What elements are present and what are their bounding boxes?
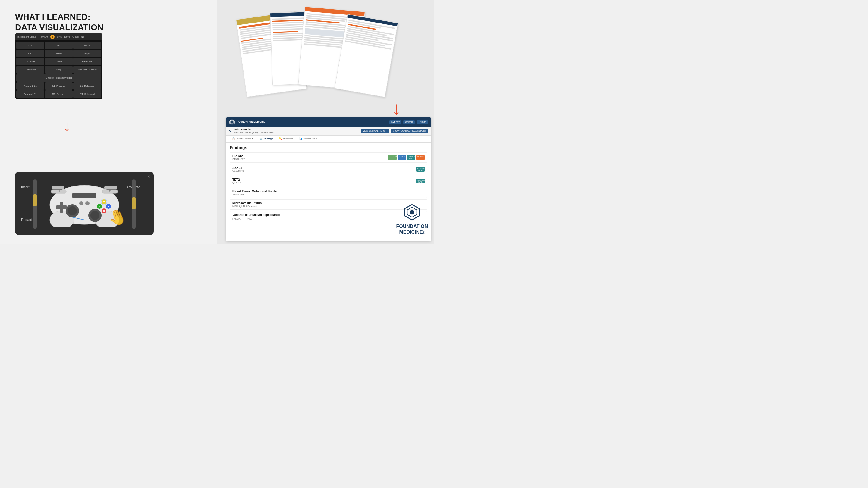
fm-logo-text: FOUNDATION MEDICINE® (396, 224, 428, 235)
svg-point-9 (68, 206, 77, 216)
title-line2: DATA VISUALIZATION (15, 22, 205, 33)
btn-select[interactable]: Select (45, 50, 73, 57)
btn-qa-hold[interactable]: QA Hold (16, 58, 44, 65)
fm-section-title: Findings (230, 145, 427, 150)
main-title: WHAT I LEARNED: DATA VISUALIZATION (15, 12, 205, 32)
fm-patient-info: John Sample Prostate Cancer (N/O) 09-SEP… (234, 128, 274, 134)
btn-r1-released[interactable]: R1_Released (73, 90, 101, 98)
svg-point-11 (90, 211, 99, 220)
widget-header-uas: UAS (57, 36, 62, 38)
articulate-slider[interactable] (132, 179, 135, 229)
btn-undock[interactable]: Undock Pendant Widget (16, 74, 101, 82)
articulate-slider-thumb (132, 197, 135, 209)
fm-back-button[interactable]: < (229, 129, 231, 133)
widget-header-drive: Drive (64, 36, 70, 38)
svg-text:X: X (103, 210, 105, 213)
insert-slider[interactable] (33, 179, 37, 229)
btn-up[interactable]: Up (45, 41, 73, 49)
fm-variant-ms: MSI-High Not Detected (232, 205, 261, 207)
btn-pendant-l1[interactable]: Pendant_L1 (16, 82, 44, 90)
svg-point-23 (85, 201, 90, 205)
tab-therapies[interactable]: 💊 Therapies (276, 135, 297, 142)
btn-snap[interactable]: Snap (45, 66, 73, 73)
gamepad-area: Y B A X L1 R1 (39, 175, 130, 229)
btn-pendant-r1[interactable]: Pendant_R1 (16, 90, 44, 98)
fm-logo-line1: FOUNDATION (396, 224, 428, 229)
btn-qa-press[interactable]: QA Press (73, 58, 101, 65)
svg-rect-6 (52, 186, 64, 189)
fm-gene-ms: Microsatellite Status (232, 201, 261, 205)
svg-text:A: A (98, 205, 100, 208)
fm-variant-tet2: Q1534* (232, 181, 241, 184)
fm-patient-btn[interactable]: PATIENT (390, 121, 402, 124)
fm-badge-clinical[interactable]: CLINICAL IMPL. (407, 155, 415, 160)
fm-finding-btmb: Blood Tumor Mutational Burden 3 Muts/MB (230, 188, 427, 198)
fm-order-btn[interactable]: ORDER (403, 121, 414, 124)
report-stack (241, 9, 425, 96)
fm-badge-therapies[interactable]: THERAPIES (388, 155, 397, 160)
warning-icon: ! (50, 35, 55, 39)
fm-badge-trials[interactable]: TRIALS (398, 155, 406, 160)
fm-gene-brca2: BRCA2 (232, 155, 245, 158)
svg-text:Y: Y (103, 201, 105, 203)
fm-badges-brca2: THERAPIES TRIALS CLINICAL IMPL. POTENTIA… (388, 155, 425, 160)
fm-badges-tet2: CLINICAL IMPL. (416, 178, 425, 184)
tab-clinical-trials[interactable]: 📊 Clinical Trials (296, 135, 320, 142)
fm-gene-vuos: Variants of unknown significance (232, 213, 280, 217)
fm-logo-bottom: FOUNDATION MEDICINE® (396, 203, 428, 235)
btn-set[interactable]: Set (16, 41, 44, 49)
btn-highbeam[interactable]: HighBeam (16, 66, 44, 73)
left-panel: WHAT I LEARNED: DATA VISUALIZATION Instr… (0, 0, 217, 244)
svg-marker-29 (230, 121, 234, 124)
fm-nav-logo-text: FOUNDATION MEDICINE (237, 121, 265, 123)
svg-rect-7 (104, 186, 117, 189)
fm-gene-tet2: TET2 (232, 178, 241, 181)
svg-point-22 (79, 201, 84, 205)
fm-variant-btmb: 3 Muts/MB (232, 193, 278, 196)
fm-patient-detail: Prostate Cancer (N/O) 09-SEP-2022 (234, 131, 274, 134)
widget-grid: Set Up Menu Left Select Right QA Hold Do… (15, 40, 102, 99)
btn-l1-pressed[interactable]: L1_Pressed (45, 82, 73, 90)
fm-badge-clinical-tet2[interactable]: CLINICAL IMPL. (416, 178, 425, 184)
fm-gene-btmb: Blood Tumor Mutational Burden (232, 190, 278, 193)
svg-marker-32 (410, 210, 414, 215)
widget-header-rawem: Raw EM (39, 36, 48, 38)
fm-badge-clinical-asxl1[interactable]: CLINICAL IMPL. (416, 167, 425, 172)
fm-badge-potential[interactable]: POTENTIAL (416, 155, 425, 160)
widget-header: Instrument Status Raw EM ! UAS Drive Clo… (15, 33, 102, 40)
btn-left[interactable]: Left (16, 50, 44, 57)
fm-patient-date: 09-SEP-2022 (260, 131, 274, 134)
svg-text:R1: R1 (109, 190, 112, 192)
btn-down[interactable]: Down (45, 58, 73, 65)
btn-l1-released[interactable]: L1_Released (73, 82, 101, 90)
tab-patient-details[interactable]: 📋 Patient Details ▾ (229, 135, 256, 142)
page: WHAT I LEARNED: DATA VISUALIZATION Instr… (0, 0, 434, 244)
fm-variant-brca2: S1982fs*22 (232, 158, 245, 161)
fm-finding-tet2: TET2 Q1534* CLINICAL IMPL. (230, 176, 427, 186)
title-line1: WHAT I LEARNED: (15, 12, 205, 22)
svg-rect-3 (72, 193, 96, 198)
tab-findings[interactable]: 🔬 Findings (256, 135, 276, 142)
widget-header-instrument: Instrument Status (18, 36, 36, 38)
controller-widget: Instrument Status Raw EM ! UAS Drive Clo… (15, 33, 102, 99)
svg-text:L1: L1 (58, 190, 60, 192)
fm-name-btn[interactable]: + NAME (416, 121, 428, 124)
fm-view-report-btn[interactable]: VIEW CLINICAL REPORT (361, 129, 390, 133)
btn-r1-pressed[interactable]: R1_Pressed (45, 90, 73, 98)
fm-patient-name: John Sample (234, 128, 274, 131)
fm-patient-bar: < John Sample Prostate Cancer (N/O) 09-S… (226, 127, 431, 135)
btn-right[interactable]: Right (73, 50, 101, 57)
widget-header-ne: Ne (81, 36, 84, 38)
fm-finding-brca2: BRCA2 S1982fs*22 THERAPIES TRIALS CLINIC… (230, 153, 427, 163)
fm-logo: FOUNDATION MEDICINE (229, 119, 265, 125)
svg-text:B: B (107, 205, 110, 208)
gamepad-close-button[interactable]: × (148, 174, 150, 179)
insert-slider-thumb (33, 194, 37, 206)
fm-badges-asxl1: CLINICAL IMPL. (416, 167, 425, 172)
btn-connect-pendant[interactable]: Connect Pendant (73, 66, 101, 73)
btn-menu[interactable]: Menu (73, 41, 101, 49)
down-arrow-left: ↓ (63, 118, 70, 134)
fm-download-report-btn[interactable]: ↓ DOWNLOAD CLINICAL REPORT (391, 129, 428, 133)
fm-logo-icon (403, 203, 421, 221)
fm-nav-buttons: PATIENT ORDER + NAME (390, 121, 428, 124)
